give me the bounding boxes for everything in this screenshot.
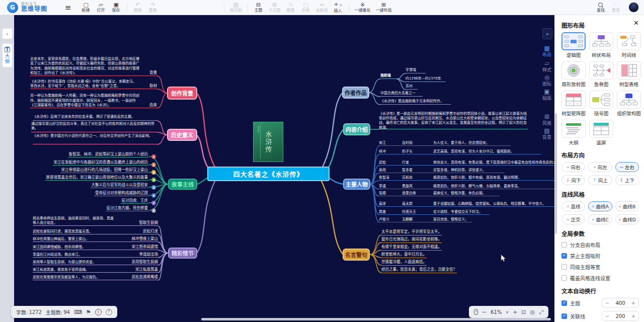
option-equal-width[interactable]: 同级主题等宽 <box>561 263 639 271</box>
branch-creation[interactable]: 创作背景 <box>167 87 197 100</box>
format-painter-button[interactable]: ▨格式刷 <box>227 0 245 15</box>
leaf-story-3[interactable]: 宋江带领梁山进行的几场战役，招降一些好汉上梁山3 <box>60 167 149 173</box>
relation-line-button[interactable]: ↔关联线 <box>313 0 331 15</box>
close-panel-icon[interactable]: ✕ <box>633 19 639 27</box>
character-row[interactable]: 林冲豹子头武艺高强、勇而有谋，但为人安分守己、循规蹈矩。 <box>379 149 541 154</box>
leaf-history-3[interactable]: 《水浒传》是中国古代小说的代表作之一，对后世文学创作产生了深远影响。 <box>33 134 157 144</box>
open-button[interactable]: ▱打开 <box>94 0 109 15</box>
branch-content[interactable]: 内容介绍 <box>343 123 370 135</box>
leaf-creation-2[interactable]: 《水浒传》的书名源自《诗经·大雅·绵》中的“古公亶父，来朝走马，率西水浒，至于岐… <box>30 78 157 89</box>
zoom-chevron-icon[interactable]: ∨ <box>506 310 509 314</box>
character-row[interactable]: 张顺浪里白条豪爽仗义、慷慨济善、有仇必报。 <box>379 191 500 196</box>
direction-up-down[interactable]: ↕上下 <box>615 175 639 185</box>
leaf-story-6[interactable]: 受命征讨对宋朝构成威胁的辽国6 <box>94 190 149 196</box>
leaf-author-item-1[interactable]: 中国古典四大名著之一 <box>380 91 423 97</box>
branch-plots[interactable]: 精彩情节 <box>168 248 197 259</box>
leaf-quote-4[interactable]: 醉里乾坤大，壶中日月长。 <box>381 252 427 258</box>
collapse-right-panel-button[interactable]: » <box>542 28 552 39</box>
undo-button[interactable]: ↶撤销 <box>130 0 145 15</box>
beautify-button[interactable]: ※一键美化 <box>352 0 373 15</box>
leaf-plot-5[interactable]: 李逵在江州劫法场，救出宋江。李逵劫法场 <box>33 252 158 258</box>
info-icon[interactable]: i <box>95 309 102 315</box>
leaf-quote-5[interactable]: 世情看冷暖，人面逐高低。 <box>381 260 427 266</box>
line-orthogonal[interactable]: «正交 <box>561 214 585 224</box>
zoom-out-button[interactable]: − <box>482 309 487 315</box>
branch-quotes[interactable]: 名言警句 <box>343 249 370 261</box>
mindmap-canvas[interactable]: › T 大纲 » ▦布局 ▱样式 ◎图标 ▣贴纸 ⊞风格 ▤背景 水浒传 水浒传… <box>0 15 554 322</box>
save-button[interactable]: ▣保存 <box>109 0 124 15</box>
fullscreen-icon[interactable]: ⤢ <box>539 309 543 315</box>
layout-option-radial[interactable]: 扇形放射图 <box>561 61 586 88</box>
leaf-creation-3[interactable]: 另一种认为是施耐庵一人所著；还有一种认为是施耐庵和罗贯中共同创作。施耐庵因不满官… <box>30 89 157 108</box>
help-icon[interactable]: ? <box>106 309 112 315</box>
direction-up[interactable]: ↑向上 <box>588 175 612 185</box>
redo-button[interactable]: ↷重做 <box>145 0 160 15</box>
layout-option-vertical[interactable]: 竖屏 <box>589 120 613 146</box>
zoom-level[interactable]: 61% <box>491 309 502 315</box>
tab-theme-style[interactable]: ⊞风格 <box>540 114 553 126</box>
character-row[interactable]: 宋江及时雨为人仗义、善于用人，但总想招安。 <box>379 140 511 146</box>
tab-icons[interactable]: ◎图标 <box>540 74 553 87</box>
leaf-history-2[interactable]: 通过描写梁山好汉的反抗斗争，表达了对社会不公的批判和对人民反抗精神的赞美。 <box>31 122 157 132</box>
checkbox-checked-icon[interactable] <box>561 313 567 319</box>
leaf-creation-1[interactable]: 北宋末年，宦官体系腐败，社会黑暗，阶级矛盾日益尖锐，北方地区爆发了以宋江为首的农… <box>30 52 157 76</box>
checkbox-icon[interactable] <box>561 264 567 270</box>
leaf-story-1[interactable]: 鲁智深、林冲、武松等好汉上梁山前的个人经历1 <box>68 151 149 157</box>
leaf-author-detail-3[interactable]: 苏州 <box>406 84 418 90</box>
minus-button[interactable]: − <box>605 313 609 319</box>
character-row[interactable]: 李逵黑旋风嫉恶如仇、侠肝义胆、脾气火爆、头脑简单、直爽率真。 <box>379 184 554 189</box>
direction-right[interactable]: »向右 <box>561 162 585 172</box>
option-branch-free-layout[interactable]: 分支自由布局 <box>561 241 639 249</box>
layout-option-tree-matrix[interactable]: << 树型矩阵图 <box>561 91 586 117</box>
leaf-plot-7[interactable]: 宋江私放晁盖，使其免于官府追捕。宋江私放晁盖 <box>33 267 158 273</box>
character-row[interactable]: 卢俊义玉麒麟盲目自信、慷慨仗义。 <box>379 217 472 222</box>
leaf-plot-8[interactable]: 武松在鸳鸯楼杀死张都监等人，为兄报仇。武松血溅鸳鸯楼 <box>33 275 158 280</box>
leaf-author-item-2[interactable]: 《水浒传》是由施耐庵于元末明初所作。 <box>380 99 451 105</box>
character-row[interactable]: 高俅高太尉善于谄媚钻营、心胸狭隘、结党营私、公报私仇、残忍狠毒、不守信义。 <box>379 197 554 207</box>
leaf-plot-2[interactable]: 武松在景阳冈打虎，展现其勇猛无畏。武松打虎 <box>33 229 158 234</box>
leaf-author-detail-1[interactable]: 字肇瑞 <box>406 68 426 73</box>
leaf-quote-3[interactable]: 有缘千里来相会，无缘对面不相逢。 <box>381 245 442 251</box>
summary-button[interactable]: ⊃概要 <box>283 0 298 15</box>
plus-button[interactable]: + <box>631 300 635 306</box>
tab-layout[interactable]: ▦布局 <box>540 45 553 57</box>
leaf-story-4[interactable]: 原首领晁盖去世后，宋江确立梁山首领地位以及大聚义的故事4 <box>45 174 149 181</box>
insert-button[interactable]: +∨插入 <box>331 0 346 15</box>
leaf-story-5[interactable]: 大聚义后与官军的战斗以及受招安5 <box>91 182 149 188</box>
tab-stickers[interactable]: ▣贴纸 <box>540 89 553 101</box>
option-override-line-style[interactable]: 覆盖风格连线设置 <box>561 274 639 282</box>
outline-button[interactable]: T 大纲 <box>2 43 13 67</box>
layout-option-timeline[interactable]: 时间线 <box>617 32 641 58</box>
topic-button[interactable]: ⊟主题 <box>251 0 266 15</box>
keyboard-shortcuts-icon[interactable]: ⌨ <box>74 309 82 315</box>
new-button[interactable]: ▢新建 <box>78 0 94 15</box>
layout-option-logic[interactable]: 逻辑图 <box>561 32 586 58</box>
plus-button[interactable]: + <box>631 313 635 319</box>
character-row[interactable]: 吴用智多星足智多谋、神机妙算、讲信重义。 <box>379 168 505 173</box>
checkbox-checked-icon[interactable] <box>561 253 567 259</box>
direction-left[interactable]: «向左 <box>588 162 612 172</box>
leaf-plot-4[interactable]: 宋江因阎婆惜威胁，怒杀阎婆惜。宋江怒杀阎婆惜 <box>33 245 158 250</box>
line-curve-c[interactable]: «曲线C <box>588 214 612 224</box>
auto-layout-button[interactable]: ⊞一键布局 <box>373 0 394 15</box>
layout-option-tree-table[interactable]: 树型表格 <box>617 61 641 88</box>
layout-option-bracket[interactable]: 括号图 <box>589 91 613 117</box>
layout-option-tree[interactable]: 树状布局 <box>589 32 613 58</box>
leaf-quote-1[interactable]: 太平本是将军定，不许将军见太平。 <box>381 229 442 235</box>
leaf-plot-6[interactable]: 吴用等人智取生辰纲，为梁山提供资金。吴用智取生辰纲 <box>33 260 158 265</box>
horizontal-scrollbar[interactable] <box>201 318 551 320</box>
flag-icon[interactable]: ⚑ <box>86 309 91 315</box>
central-topic[interactable]: 四大名著之《水浒传》 <box>207 167 330 181</box>
layout-option-org-chart[interactable]: 组织架构图 <box>617 91 641 117</box>
direction-both[interactable]: ↔左右 <box>615 162 639 172</box>
branch-history[interactable]: 历史意义 <box>167 129 197 141</box>
subtopic-button[interactable]: ⊞子主题 <box>266 0 283 15</box>
more-button[interactable]: ⋯更多 <box>608 0 623 15</box>
option-disable-topic-snap[interactable]: 禁止主题吸附 <box>561 252 639 260</box>
leaf-author-detail-2[interactable]: 约1296年—约1370年 <box>406 76 446 82</box>
panel-scrollbar[interactable] <box>555 113 557 234</box>
line-straight[interactable]: «直线 <box>561 201 585 211</box>
checkbox-checked-icon[interactable] <box>561 300 567 306</box>
center-view-icon[interactable]: ◎ <box>530 309 535 315</box>
leaf-story-8[interactable]: 征讨江南方腊，死伤惨重8 <box>106 205 149 211</box>
